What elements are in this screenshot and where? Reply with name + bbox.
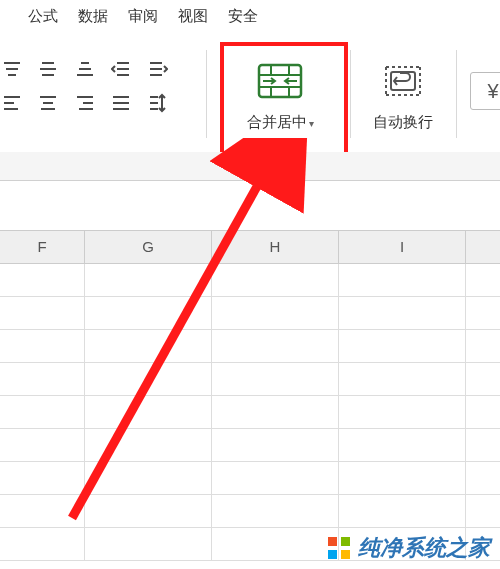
currency-button[interactable]: ¥ <box>470 72 500 110</box>
merge-center-label: 合并居中▾ <box>224 113 336 132</box>
wrap-text-icon <box>375 53 431 109</box>
col-head-h[interactable]: H <box>212 231 339 263</box>
menu-data[interactable]: 数据 <box>68 0 118 32</box>
alignment-group <box>0 52 202 120</box>
table-row[interactable] <box>0 396 500 429</box>
wrap-text-label: 自动换行 <box>358 113 448 132</box>
table-row[interactable] <box>0 297 500 330</box>
rows <box>0 264 500 561</box>
separator <box>350 50 351 138</box>
separator <box>206 50 207 138</box>
align-center-icon[interactable] <box>34 89 62 117</box>
chevron-down-icon: ▾ <box>309 118 314 129</box>
align-bottom-icon[interactable] <box>71 55 99 83</box>
align-middle-icon[interactable] <box>34 55 62 83</box>
menu-formula[interactable]: 公式 <box>18 0 68 32</box>
menu-view[interactable]: 视图 <box>168 0 218 32</box>
table-row[interactable] <box>0 330 500 363</box>
column-headers: F G H I <box>0 230 500 264</box>
wrap-text-button[interactable]: 自动换行 <box>358 47 448 132</box>
align-top-icon[interactable] <box>0 55 26 83</box>
table-row[interactable] <box>0 264 500 297</box>
menu-security[interactable]: 安全 <box>218 0 268 32</box>
menu-review[interactable]: 审阅 <box>118 0 168 32</box>
col-head-f[interactable]: F <box>0 231 85 263</box>
table-row[interactable] <box>0 462 500 495</box>
table-row[interactable] <box>0 429 500 462</box>
merge-center-icon <box>252 53 308 109</box>
merge-center-button[interactable]: 合并居中▾ <box>224 47 336 155</box>
watermark-logo-icon <box>328 537 350 559</box>
indent-increase-icon[interactable] <box>144 55 172 83</box>
justify-icon[interactable] <box>107 89 135 117</box>
separator <box>456 50 457 138</box>
menu-bar: 公式 数据 审阅 视图 安全 <box>0 0 500 32</box>
indent-decrease-icon[interactable] <box>107 55 135 83</box>
col-head-g[interactable]: G <box>85 231 212 263</box>
table-row[interactable] <box>0 495 500 528</box>
ribbon: 合并居中▾ 自动换行 ¥ <box>0 32 500 153</box>
watermark-text: 纯净系统之家 <box>358 533 490 563</box>
align-right-icon[interactable] <box>71 89 99 117</box>
table-row[interactable] <box>0 363 500 396</box>
spreadsheet-grid: F G H I <box>0 230 500 569</box>
formula-bar-area <box>0 152 500 181</box>
watermark: 纯净系统之家 <box>328 533 490 563</box>
col-head-i[interactable]: I <box>339 231 466 263</box>
orientation-icon[interactable] <box>144 89 172 117</box>
align-left-icon[interactable] <box>0 89 26 117</box>
